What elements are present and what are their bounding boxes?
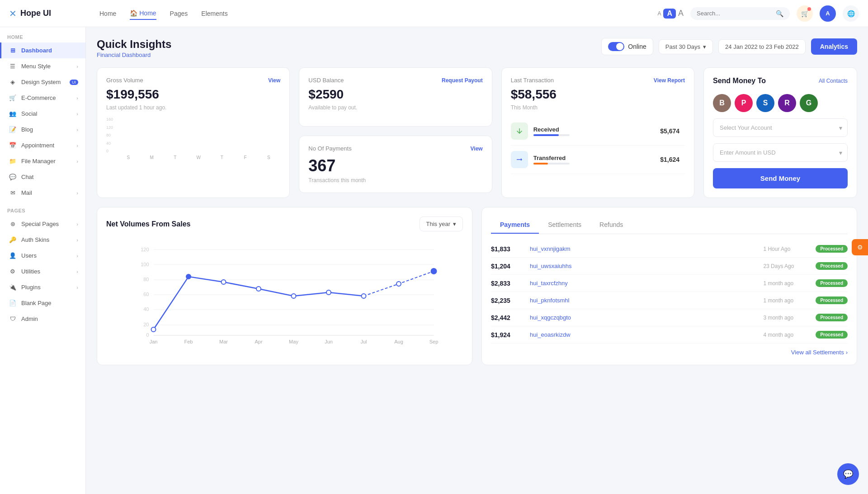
payment-id-1[interactable]: hui_uwsxaiuhhs — [530, 263, 756, 269]
view-all-settlements[interactable]: View all Settlements › — [491, 343, 848, 356]
payment-amount-2: $2,833 — [491, 280, 523, 287]
data-point-jun — [326, 290, 331, 295]
payment-id-2[interactable]: hui_taxrcfzhny — [530, 280, 756, 287]
nav-home-active[interactable]: 🏠 Home — [130, 7, 156, 20]
y-label-0-chart: 0 — [146, 332, 149, 338]
usd-balance-label: USD Balance — [308, 77, 344, 84]
last-transaction-sub: This Month — [511, 104, 685, 111]
bar-group-0 — [117, 133, 138, 153]
bar-group-4 — [212, 124, 233, 153]
nav-pages[interactable]: Pages — [170, 8, 188, 19]
enter-amount-dropdown[interactable]: Enter Amount in USD — [713, 143, 848, 162]
tab-refunds[interactable]: Refunds — [590, 216, 632, 234]
search-input[interactable] — [697, 10, 772, 17]
payment-id-3[interactable]: hui_pknfotsmhl — [530, 297, 756, 304]
chart-label-w: W — [187, 155, 210, 160]
gross-volume-action[interactable]: View — [268, 77, 280, 84]
sidebar-label-admin: Admin — [21, 315, 38, 322]
auth-skins-icon: 🔑 — [9, 236, 17, 243]
font-small-btn[interactable]: A — [657, 10, 661, 17]
font-large-btn[interactable]: A — [678, 9, 684, 18]
payment-id-0[interactable]: hui_vxnnjigakm — [530, 245, 756, 252]
past-days-filter[interactable]: Past 30 Days ▾ — [659, 39, 713, 54]
online-toggle[interactable]: Online — [601, 38, 653, 55]
data-point-apr — [256, 287, 261, 291]
sidebar-item-plugins[interactable]: 🔌 Plugins › — [0, 279, 85, 295]
tab-settlements[interactable]: Settlements — [539, 216, 590, 234]
chat-widget-button[interactable]: 💬 — [837, 463, 859, 485]
user-avatar-button[interactable]: A — [820, 5, 836, 22]
tab-payments[interactable]: Payments — [491, 216, 539, 234]
sidebar-item-social[interactable]: 👥 Social › — [0, 106, 85, 122]
payment-amount-3: $2,235 — [491, 297, 523, 304]
page-title: Quick Insights — [97, 38, 171, 51]
payments-table-body: $1,833 hui_vxnnjigakm 1 Hour Ago Process… — [491, 240, 848, 343]
sidebar-label-file-manager: File Manager — [21, 158, 56, 165]
x-label-mar: Mar — [219, 339, 228, 344]
sidebar-item-auth-skins[interactable]: 🔑 Auth Skins › — [0, 232, 85, 248]
contact-avatar-2[interactable]: S — [756, 94, 774, 112]
analytics-button[interactable]: Analytics — [811, 38, 857, 55]
send-money-title: Send Money To — [713, 77, 766, 85]
sidebar-item-utilities[interactable]: ⚙ Utilities › — [0, 263, 85, 279]
sidebar-item-file-manager[interactable]: 📁 File Manager › — [0, 153, 85, 169]
sidebar-item-menu-style[interactable]: ☰ Menu Style › — [0, 58, 85, 74]
sidebar-item-users[interactable]: 👤 Users › — [0, 248, 85, 263]
x-label-jun: Jun — [325, 339, 333, 344]
transferred-icon-wrap — [511, 151, 528, 168]
nav-elements[interactable]: Elements — [201, 8, 227, 19]
received-info: Received — [533, 126, 570, 136]
middle-cards-col: USD Balance Request Payout $2590 Availab… — [299, 67, 492, 198]
sidebar-item-mail[interactable]: ✉ Mail › — [0, 185, 85, 201]
sidebar-item-special-pages[interactable]: ⊛ Special Pages › — [0, 216, 85, 232]
chevron-right-icon-7: › — [76, 190, 78, 196]
chart-label-s2: S — [257, 155, 281, 160]
request-payout-action[interactable]: Request Payout — [442, 77, 483, 84]
received-progress-bar — [533, 134, 559, 136]
payment-amount-1: $1,204 — [491, 263, 523, 270]
chat-bubble-icon: 💬 — [843, 469, 853, 479]
logo-icon: ✕ — [9, 8, 17, 19]
select-account-dropdown[interactable]: Select Your Account — [713, 118, 848, 137]
view-report-action[interactable]: View Report — [654, 77, 685, 84]
contact-avatar-3[interactable]: R — [778, 94, 796, 112]
right-widget[interactable]: ⚙ — [852, 239, 868, 255]
nav-home-plain[interactable]: Home — [99, 8, 116, 19]
sidebar-item-dashboard[interactable]: ⊞ Dashboard — [0, 42, 85, 58]
all-contacts-link[interactable]: All Contacts — [819, 78, 848, 84]
payment-row-2: $2,833 hui_taxrcfzhny 1 month ago Proces… — [491, 275, 848, 292]
payment-id-5[interactable]: hui_eoasrkizdw — [530, 331, 756, 338]
contact-avatar-1[interactable]: P — [735, 94, 753, 112]
contact-avatar-4[interactable]: G — [800, 94, 818, 112]
online-label: Online — [628, 43, 646, 50]
search-icon: 🔍 — [776, 10, 783, 17]
gross-volume-label: Gross Volume — [106, 77, 143, 84]
sidebar-item-design-system[interactable]: ◈ Design System UI — [0, 74, 85, 90]
chart-label-m: M — [140, 155, 164, 160]
payment-id-4[interactable]: hui_xqgczqbgto — [530, 314, 756, 321]
sidebar-item-appointment[interactable]: 📅 Appointment › — [0, 137, 85, 153]
blog-icon: 📝 — [9, 126, 17, 133]
send-money-button[interactable]: Send Money — [713, 168, 848, 188]
payment-amount-5: $1,924 — [491, 331, 523, 339]
year-filter[interactable]: This year ▾ — [420, 216, 463, 231]
contact-avatar-0[interactable]: B — [713, 94, 731, 112]
sidebar-item-ecommerce[interactable]: 🛒 E-Commerce › — [0, 90, 85, 106]
no-payments-action[interactable]: View — [471, 146, 483, 152]
font-medium-btn[interactable]: A — [663, 9, 676, 19]
cart-icon: 🛒 — [801, 10, 809, 17]
page-header: Quick Insights Financial Dashboard Onlin… — [97, 38, 857, 58]
sidebar-item-admin[interactable]: 🛡 Admin — [0, 311, 85, 327]
globe-icon: 🌐 — [847, 10, 855, 17]
x-label-sep: Sep — [429, 339, 439, 344]
sidebar-item-blog[interactable]: 📝 Blog › — [0, 122, 85, 137]
sidebar-label-social: Social — [21, 110, 37, 117]
toggle-switch[interactable] — [608, 42, 624, 51]
search-bar[interactable]: 🔍 — [690, 7, 790, 20]
sidebar-item-chat[interactable]: 💬 Chat — [0, 169, 85, 185]
design-system-icon: ◈ — [9, 79, 17, 85]
sidebar-item-blank-page[interactable]: 📄 Blank Page — [0, 295, 85, 311]
settings-button[interactable]: 🌐 — [843, 5, 859, 22]
cart-button[interactable]: 🛒 — [797, 5, 813, 22]
utilities-icon: ⚙ — [9, 268, 17, 275]
